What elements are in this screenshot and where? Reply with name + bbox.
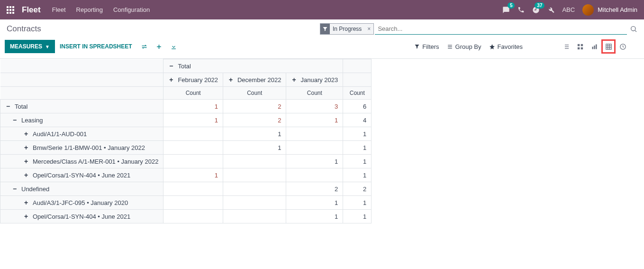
row-header[interactable]: +Mercedes/Class A/1-MER-001 • January 20… [0,155,163,168]
pivot-cell[interactable]: 2 [343,182,372,196]
svg-rect-13 [577,47,579,49]
expand-all-button[interactable] [155,43,163,50]
pivot-cell[interactable]: 1 [343,155,372,168]
svg-rect-12 [581,44,582,46]
filter-chip-remove[interactable]: × [364,26,373,32]
list-icon [447,44,453,50]
plus-icon: + [23,158,29,165]
debug-button[interactable] [547,6,554,13]
plus-icon: + [23,199,29,206]
activity-view-button[interactable] [616,39,630,54]
col-header-1[interactable]: +December 2022 [223,73,286,87]
row-label: Audi/A1/1-AUD-001 [33,130,87,138]
plus-icon: + [23,144,29,151]
graph-view-button[interactable] [587,39,601,54]
graph-view-icon [591,43,598,50]
pivot-view-icon [605,43,612,50]
insert-spreadsheet-button[interactable]: INSERT IN SPREADSHEET [55,40,137,53]
pivot-cell[interactable]: 1 [343,127,372,141]
measures-button[interactable]: MEASURES ▼ [5,40,55,53]
phone-button[interactable] [517,6,525,13]
filters-dropdown[interactable]: Filters [414,43,439,50]
pivot-cell[interactable]: 1 [163,113,223,127]
apps-launcher-icon[interactable] [7,6,14,14]
col-total-header[interactable]: −Total [163,59,343,73]
user-name: Mitchell Admin [598,6,637,13]
search-button[interactable] [630,25,637,33]
tools-icon [547,6,554,13]
row-header[interactable]: +Opel/Corsa/1-SYN-404 • June 2021 [0,168,163,182]
debug-label[interactable]: ABC [562,6,575,13]
pivot-cell[interactable]: 1 [286,155,343,168]
flip-axis-button[interactable] [141,43,148,50]
pivot-cell [286,127,343,141]
row-header[interactable]: +Audi/A3/1-JFC-095 • January 2020 [0,196,163,210]
pivot-cell[interactable]: 1 [343,196,372,210]
page-title: Contracts [7,24,41,34]
phone-icon [517,6,525,13]
measure-label: Count [343,87,372,100]
pivot-cell[interactable]: 1 [286,113,343,127]
pivot-cell[interactable]: 1 [223,141,286,155]
pivot-cell [223,168,286,182]
measure-label: Count [163,87,223,100]
user-menu[interactable]: Mitchell Admin [582,4,637,16]
activities-button[interactable]: 37 [532,6,540,14]
row-header[interactable]: −Undefined [0,182,163,196]
pivot-cell[interactable]: 2 [223,100,286,113]
row-header[interactable]: −Total [0,100,163,113]
search-area: In Progress × [320,23,637,35]
pivot-cell[interactable]: 1 [343,210,372,223]
pivot-cell[interactable]: 3 [286,100,343,113]
pivot-cell[interactable]: 2 [223,113,286,127]
favorites-dropdown[interactable]: Favorites [489,43,523,50]
pivot-cell[interactable]: 4 [343,113,372,127]
pivot-cell [163,141,223,155]
pivot-cell[interactable]: 2 [286,182,343,196]
pivot-cell[interactable]: 1 [163,100,223,113]
nav-menu-reporting[interactable]: Reporting [76,6,103,13]
list-view-icon [562,43,570,50]
pivot-cell [286,168,343,182]
nav-menu-fleet[interactable]: Fleet [52,6,66,13]
search-input[interactable] [375,23,627,35]
svg-line-1 [635,30,636,32]
plus-icon: + [23,213,29,220]
row-header[interactable]: −Leasing [0,113,163,127]
plus-icon: + [23,130,29,138]
funnel-icon [414,44,420,49]
download-icon [170,43,177,50]
row-header[interactable]: +Opel/Corsa/1-SYN-404 • June 2021 [0,210,163,223]
groupby-dropdown[interactable]: Group By [447,43,481,50]
pivot-cell [163,210,223,223]
nav-menu-configuration[interactable]: Configuration [113,6,150,13]
pivot-cell[interactable]: 1 [286,210,343,223]
pivot-cell[interactable]: 1 [223,127,286,141]
app-brand[interactable]: Fleet [22,5,41,15]
col-header-0[interactable]: +February 2022 [163,73,223,87]
measure-label: Count [286,87,343,100]
kanban-view-button[interactable] [573,39,587,54]
pivot-view-button[interactable] [601,39,616,54]
pivot-cell[interactable]: 1 [343,141,372,155]
row-header[interactable]: +Bmw/Serie 1/1-BMW-001 • January 2022 [0,141,163,155]
filter-chip[interactable]: In Progress × [320,23,374,35]
search-icon [630,25,637,33]
pivot-cell[interactable]: 6 [343,100,372,113]
row-header[interactable]: +Audi/A1/1-AUD-001 [0,127,163,141]
svg-rect-18 [606,44,611,49]
list-view-button[interactable] [559,39,573,54]
messaging-button[interactable]: 5 [502,6,510,14]
view-switcher [559,39,630,54]
minus-icon: − [5,102,11,110]
col-header-2[interactable]: +January 2023 [286,73,343,87]
pivot-cell[interactable]: 1 [163,168,223,182]
caret-down-icon: ▼ [45,44,50,49]
plus-icon [155,43,163,50]
groupby-label: Group By [455,43,481,50]
pivot-cell[interactable]: 1 [286,196,343,210]
download-button[interactable] [170,43,177,50]
pivot-cell[interactable]: 1 [343,168,372,182]
svg-rect-17 [596,44,597,49]
row-label: Bmw/Serie 1/1-BMW-001 • January 2022 [33,144,145,151]
